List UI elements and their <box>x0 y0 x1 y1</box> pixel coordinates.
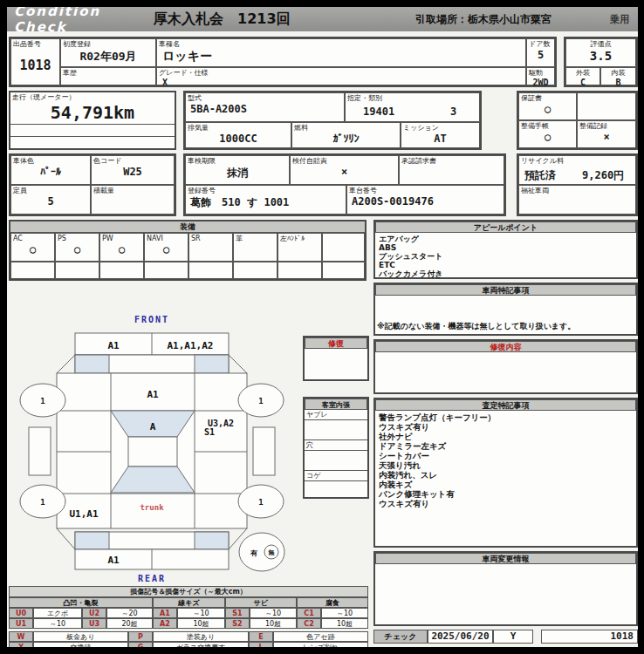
mission-cell: ミッション AT <box>401 122 480 148</box>
equipment-box: 装備 AC○ PS○ PW○ NAVI○ SR 革 左ﾊﾝﾄﾞﾙ <box>9 220 367 281</box>
frame-left <box>0 0 7 654</box>
brand-title: Condition Check <box>7 3 154 35</box>
displacement-value: 1000CC <box>186 133 291 145</box>
frame-right <box>638 0 644 654</box>
insurance-cell: 検付自賠責 × <box>290 155 399 185</box>
cabin-row-hole: 穴 <box>305 440 367 451</box>
assessment-title: 査定特記事項 <box>375 399 636 411</box>
legend-group-dent: 凸凹・亀裂 <box>9 597 153 608</box>
spare-tire-yes: 有 <box>250 549 258 557</box>
spec-box: 型式 5BA-A200S 指定・類別 19401 3 排気量 1000CC 燃料… <box>183 91 482 150</box>
equip-empty-cell <box>55 262 99 279</box>
hood-code: A1 <box>147 389 159 400</box>
insurance-label: 検付自賠責 <box>291 156 398 166</box>
service-record-label: 整備記録 <box>578 121 635 131</box>
insurance-mark: × <box>291 166 398 178</box>
legend-desc: 20超 <box>106 618 153 629</box>
assessment-box: 査定特記事項 警告ランプ点灯（キーフリー）ウスキズ有り社外ナビドアミラー左キズシ… <box>373 398 638 548</box>
mileage-box: 走行（現メーター） 54,791km <box>9 91 176 150</box>
drive-label: 駆動 <box>527 68 554 78</box>
load-label: 積載量 <box>92 186 174 195</box>
legend-code: A2 <box>153 618 177 629</box>
equip-empty-cell <box>144 262 188 279</box>
lot-cell: 出品番号 1018 <box>10 38 60 85</box>
legend-code: A1 <box>153 608 177 618</box>
repair-flag-label: 修復 <box>305 337 367 349</box>
score-value: 3.5 <box>566 49 635 63</box>
recycle-box: リサイクル料 預託済 9,260円 福祉車両 <box>517 153 638 216</box>
class-number: 19401 <box>363 106 394 118</box>
warranty-extra-cell <box>577 92 636 120</box>
auction-sheet: Condition Check 厚木入札会 1213回 引取場所：栃木県小山市粟… <box>0 0 644 654</box>
doors-label: ドア数 <box>527 39 554 49</box>
usage-type: 乗用 <box>610 13 638 26</box>
legend-desc: ～10 <box>33 618 82 629</box>
wheel-fr: 1 <box>258 397 263 405</box>
legend-desc: 板金あり <box>33 631 128 642</box>
color-box: 車体色 ﾊﾟｰﾙ 色コード W25 定員 5 積載量 <box>9 153 176 216</box>
equip-label: AC <box>11 234 54 243</box>
grade-label: グレード・仕様 <box>157 68 525 78</box>
legend-desc: エクボ <box>33 608 82 618</box>
legend-code: E <box>249 631 273 642</box>
legend-row-2: U1 ～10 U3 20超 A2 10超 S2 10超 C2 10超 <box>9 618 368 629</box>
damage-legend: 損傷記号＆損傷サイズ（～最大cm） 凸凹・亀裂 線キズ サビ 腐食 U0 エクボ… <box>9 586 368 652</box>
cabin-box-burn <box>305 481 367 500</box>
divider <box>10 136 175 137</box>
capacity-label: 定員 <box>11 186 90 195</box>
legend-desc: ～10 <box>321 608 368 618</box>
trunk-label: trunk <box>140 503 164 512</box>
class-cell: 指定・類別 19401 3 <box>345 92 480 122</box>
equip-empty-cell <box>322 262 365 279</box>
equipment-title: 装備 <box>10 221 365 233</box>
interior-grade: B <box>601 78 635 87</box>
legend-code: S2 <box>225 618 250 629</box>
change-info-title: 車両変更情報 <box>375 553 636 564</box>
appeal-title: アピールポイント <box>375 221 636 233</box>
right-side-code-2: S1 <box>204 427 215 437</box>
front-bumper-right-code: A1,A1,A2 <box>168 340 214 351</box>
model-name-label: 車種名 <box>157 39 525 49</box>
appeal-box: アピールポイント エアバッグABSプッシュスタートETCバックカメラ付き <box>373 220 638 279</box>
equip-label: NAVI <box>145 234 188 243</box>
check-lot-cell: 1018 <box>541 630 638 644</box>
cabin-title: 客室内張 <box>305 399 367 410</box>
displacement-label: 排気量 <box>186 123 291 133</box>
equip-cell-ac: AC○ <box>10 233 55 262</box>
recycle-fee: 9,260円 <box>582 168 624 183</box>
legend-desc: 10超 <box>321 618 368 629</box>
equip-empty-cell <box>99 262 144 279</box>
equip-cell-leather: 革 <box>233 233 277 262</box>
legend-group-rust: サビ <box>225 597 297 608</box>
windshield-code: A <box>150 421 156 433</box>
equip-label: 左ﾊﾝﾄﾞﾙ <box>278 234 321 243</box>
frame-top <box>0 0 644 7</box>
warranty-box: 保証書 ○ 整備手帳 ○ 整備記録 × <box>517 91 638 150</box>
legend-code: S1 <box>225 608 250 618</box>
warranty-mark: ○ <box>519 103 576 115</box>
equip-empty-cell <box>188 262 233 279</box>
equip-empty-cell <box>233 262 277 279</box>
inspection-cell: 車検期限 抹消 <box>185 155 290 185</box>
model-code-label: 型式 <box>186 93 344 103</box>
approval-label: 承認請求書 <box>400 156 504 166</box>
vehicle-notes-note: ※記載のない装備・機器等は無しとして取り扱います。 <box>377 321 575 332</box>
equip-empty-cell <box>277 262 322 279</box>
history-label: 車歴 <box>61 68 155 78</box>
equip-mark: ○ <box>11 243 54 255</box>
drive-value: 2WD <box>527 78 554 87</box>
equip-cell-extra <box>322 233 365 262</box>
registration-box: 車検期限 抹消 検付自賠責 × 承認請求書 登録番号 葛飾 510 す 1001… <box>183 153 506 216</box>
recycle-status: 預託済 <box>524 168 556 183</box>
change-info-box: 車両変更情報 <box>373 551 638 626</box>
legend-title: 損傷記号＆損傷サイズ（～最大cm） <box>9 586 368 597</box>
welfare-cell: 福祉車両 <box>518 185 636 215</box>
model-code-value: 5BA-A200S <box>186 103 344 115</box>
mission-label: ミッション <box>401 123 479 133</box>
frame-bottom <box>0 647 644 654</box>
header-bar: Condition Check 厚木入札会 1213回 引取場所：栃木県小山市粟… <box>7 7 638 31</box>
equip-label <box>323 234 364 235</box>
doors-value: 5 <box>527 49 554 61</box>
legend-desc: 10超 <box>250 618 297 629</box>
cabin-row-tear: ヤブレ <box>305 410 367 420</box>
